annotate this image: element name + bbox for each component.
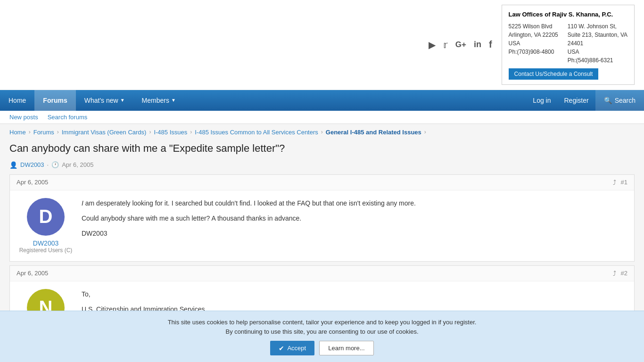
post-1-avatar: D xyxy=(27,198,65,236)
search-icon: 🔍 xyxy=(604,97,612,104)
navbar: Home Forums What's new ▼ Members ▼ Log i… xyxy=(0,90,644,111)
post-1-author-info: D DW2003 Registered Users (C) xyxy=(17,198,74,254)
sub-nav: New posts Search forums xyxy=(0,111,644,124)
clock-icon: 🕐 xyxy=(51,161,59,168)
members-dropdown-arrow: ▼ xyxy=(171,98,176,103)
googleplus-icon[interactable]: G+ xyxy=(455,40,466,49)
nav-login[interactable]: Log in xyxy=(526,90,557,111)
post-2-header: Apr 6, 2005 ⤴ #2 xyxy=(10,266,634,281)
post-1-header: Apr 6, 2005 ⤴ #1 xyxy=(10,175,634,190)
post-2-date: Apr 6, 2005 xyxy=(17,270,48,277)
thread-date: Apr 6, 2005 xyxy=(62,161,93,168)
cookie-message: This site uses cookies to help personali… xyxy=(9,318,635,336)
breadcrumb-sep-3: › xyxy=(149,129,151,135)
post-1-author-role: Registered Users (C) xyxy=(17,247,74,254)
breadcrumb-sep-5: › xyxy=(321,129,323,135)
nav-search-button[interactable]: 🔍 Search xyxy=(595,90,644,111)
breadcrumb-immigrant-visas[interactable]: Immigrant Visas (Green Cards) xyxy=(62,129,147,136)
cookie-accept-button[interactable]: ✔ Accept xyxy=(270,341,314,355)
top-bar: ▶ 𝕣 G+ in f Law Offices of Rajiv S. Khan… xyxy=(0,0,644,90)
post-1-para-2: Could anybody share with me a such lette… xyxy=(82,213,627,223)
check-icon: ✔ xyxy=(279,345,284,352)
post-1-para-3: DW2003 xyxy=(82,228,627,239)
whats-new-dropdown-arrow: ▼ xyxy=(120,98,125,103)
breadcrumb-sep-1: › xyxy=(29,129,31,135)
breadcrumb-home[interactable]: Home xyxy=(9,129,26,136)
nav-register[interactable]: Register xyxy=(558,90,595,111)
social-icons: ▶ 𝕣 G+ in f xyxy=(429,39,492,50)
facebook-icon[interactable]: f xyxy=(489,39,492,50)
contact-cta-button[interactable]: Contact Us/Schedule a Consult xyxy=(509,68,599,80)
nav-home[interactable]: Home xyxy=(0,90,34,111)
post-2-number: #2 xyxy=(621,270,627,277)
nav-members[interactable]: Members ▼ xyxy=(133,90,184,111)
post-1-author-name[interactable]: DW2003 xyxy=(17,239,74,247)
address-2: 110 W. Johnson St, Suite 213, Staunton, … xyxy=(568,22,627,65)
breadcrumb-i485-common[interactable]: I-485 Issues Common to All Services Cent… xyxy=(195,129,318,136)
breadcrumb-sep-6: › xyxy=(424,129,426,135)
linkedin-icon[interactable]: in xyxy=(474,40,481,49)
post-1-body: D DW2003 Registered Users (C) I am despe… xyxy=(10,190,634,261)
post-1-content: I am desperately looking for it. I searc… xyxy=(82,198,627,254)
cookie-buttons: ✔ Accept Learn more... xyxy=(9,341,635,355)
breadcrumb: Home › Forums › Immigrant Visas (Green C… xyxy=(0,124,644,140)
cookie-bar: This site uses cookies to help personali… xyxy=(0,311,644,362)
breadcrumb-forums[interactable]: Forums xyxy=(33,129,54,136)
post-1-actions: ⤴ #1 xyxy=(613,179,627,186)
youtube-icon[interactable]: ▶ xyxy=(429,39,436,50)
thread-author-link[interactable]: DW2003 xyxy=(20,161,44,168)
breadcrumb-i485-issues[interactable]: I-485 Issues xyxy=(154,129,187,136)
firm-name: Law Offices of Rajiv S. Khanna, P.C. xyxy=(509,10,627,19)
breadcrumb-sep-2: › xyxy=(57,129,59,135)
post-1-share-icon[interactable]: ⤴ xyxy=(613,179,616,186)
subnav-search-forums[interactable]: Search forums xyxy=(48,114,88,121)
post-1-para-1: I am desperately looking for it. I searc… xyxy=(82,198,627,208)
cookie-learn-more-button[interactable]: Learn more... xyxy=(319,341,373,355)
post-meta: 👤 DW2003 · 🕐 Apr 6, 2005 xyxy=(0,160,644,174)
post-2-share-icon[interactable]: ⤴ xyxy=(613,270,616,277)
post-1-date: Apr 6, 2005 xyxy=(17,179,48,186)
nav-right: Log in Register 🔍 Search xyxy=(526,90,644,111)
post-1: Apr 6, 2005 ⤴ #1 D DW2003 Registered Use… xyxy=(9,174,635,262)
post-2-para-1: To, xyxy=(82,289,627,299)
post-1-number: #1 xyxy=(621,179,627,186)
breadcrumb-sep-4: › xyxy=(190,129,192,135)
page-title: Can anybody can share with me a "Expedit… xyxy=(0,140,644,160)
subnav-new-posts[interactable]: New posts xyxy=(9,114,38,121)
user-icon: 👤 xyxy=(9,161,17,169)
nav-forums[interactable]: Forums xyxy=(34,90,75,111)
post-2-actions: ⤴ #2 xyxy=(613,270,627,277)
twitter-icon[interactable]: 𝕣 xyxy=(443,39,448,50)
law-office-card: Law Offices of Rajiv S. Khanna, P.C. 522… xyxy=(502,5,635,85)
address-1: 5225 Wilson Blvd Arlington, VA 22205 USA… xyxy=(509,22,558,65)
breadcrumb-current: General I-485 and Related Issues xyxy=(326,129,421,136)
nav-whats-new[interactable]: What's new ▼ xyxy=(76,90,133,111)
